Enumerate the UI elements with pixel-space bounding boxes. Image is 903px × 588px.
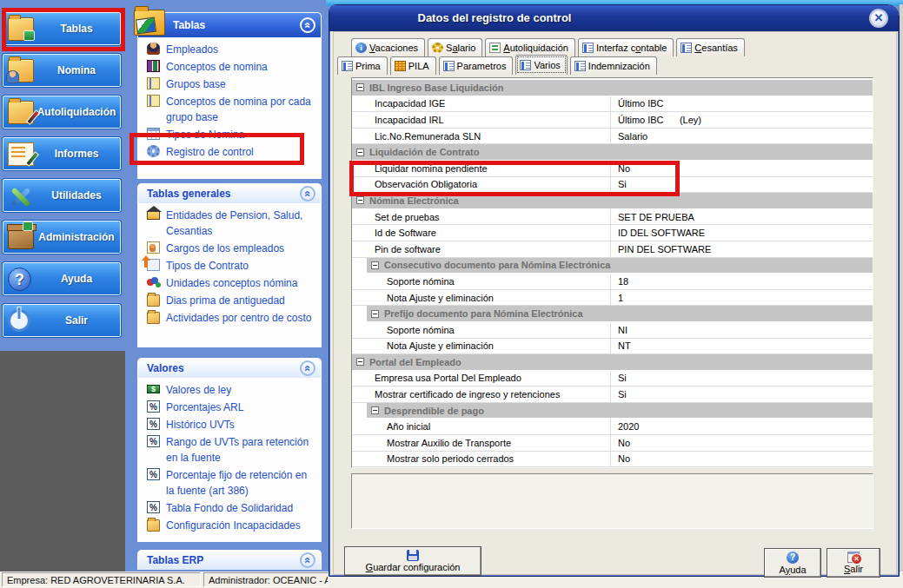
grid-section[interactable]: Nómina Electrónica bbox=[352, 193, 873, 209]
tab-vacaciones[interactable]: Vacaciones bbox=[351, 38, 425, 56]
grid-row-value[interactable]: PIN DEL SOFTWARE bbox=[610, 241, 873, 257]
nav-item-configuraci-n-incapacidades[interactable]: Configuración Incapacidades bbox=[140, 517, 319, 534]
grid-row[interactable]: Soporte nómina18 bbox=[352, 274, 873, 290]
collapse-minus-icon[interactable] bbox=[356, 358, 364, 366]
nav-item-porcentaje-fijo-de-retenci-n-e[interactable]: Porcentaje fijo de retención en la fuent… bbox=[140, 466, 319, 499]
nav-item-tipos-de-nomina[interactable]: Tipos de Nomina bbox=[140, 126, 319, 143]
collapse-minus-icon[interactable] bbox=[371, 406, 379, 414]
pane-header[interactable]: Valores« bbox=[137, 358, 322, 378]
tab-pila[interactable]: PILA bbox=[390, 56, 436, 75]
grid-row-value[interactable]: Si bbox=[610, 371, 873, 386]
grid-row[interactable]: Set de pruebasSET DE PRUEBA bbox=[352, 209, 873, 226]
tab-indemnizaci-n[interactable]: Indemnización bbox=[570, 56, 657, 75]
tab-row-1: VacacionesSalarioAutoliquidaciónInterfaz… bbox=[351, 38, 747, 56]
nav-item-empleados[interactable]: Empleados bbox=[140, 41, 319, 58]
grid-row-value[interactable]: NT bbox=[610, 339, 873, 354]
sidebar-item-informes[interactable]: Informes bbox=[3, 137, 121, 170]
sidebar-item-autoliquidación[interactable]: Autoliquidación bbox=[3, 96, 121, 129]
collapse-chevron-icon[interactable]: « bbox=[300, 186, 315, 202]
nav-item-rango-de-uvts-para-retenci-n-e[interactable]: Rango de UVTs para retención en la fuent… bbox=[140, 433, 319, 466]
pane-header[interactable]: Tablas« bbox=[137, 12, 322, 37]
tab-varios[interactable]: Varios bbox=[515, 55, 567, 75]
sidebar-item-tablas[interactable]: Tablas bbox=[3, 12, 121, 45]
nav-item-tabla-fondo-de-solidaridad[interactable]: Tabla Fondo de Solidaridad bbox=[140, 499, 319, 517]
nav-item-actividades-por-centro-de-cost[interactable]: Actividades por centro de costo bbox=[140, 309, 319, 327]
tab-cesantías[interactable]: Cesantías bbox=[676, 38, 745, 56]
grid-subsection[interactable]: Prefijo documento para Nómina Electrónic… bbox=[367, 306, 873, 322]
nav-item-grupos-base[interactable]: Grupos base bbox=[140, 76, 319, 93]
grid-row[interactable]: Incapacidad IGEÚltimo IBC bbox=[352, 96, 873, 113]
pane-header[interactable]: Tablas ERP« bbox=[137, 550, 322, 570]
grid-subsection[interactable]: Desprendible de pago bbox=[367, 403, 873, 420]
grid-row[interactable]: Mostrar certificado de ingreso y retenci… bbox=[352, 386, 873, 403]
grid-row-value[interactable]: NI bbox=[610, 322, 873, 338]
grid-row[interactable]: Liquidar nomina pendienteNo bbox=[352, 161, 873, 177]
tab-parametros[interactable]: Parametros bbox=[439, 56, 514, 75]
grid-row-value[interactable]: 1 bbox=[610, 290, 873, 306]
collapse-chevron-icon[interactable]: « bbox=[300, 552, 315, 568]
sidebar-item-utilidades[interactable]: Utilidades bbox=[3, 179, 121, 212]
nav-item-conceptos-de-nomina-por-cada-g[interactable]: Conceptos de nomina por cada grupo base bbox=[140, 93, 319, 126]
nav-item-porcentajes-arl[interactable]: Porcentajes ARL bbox=[140, 399, 319, 416]
nav-item-conceptos-de-nomina[interactable]: Conceptos de nomina bbox=[140, 58, 319, 76]
grid-row-value[interactable]: Si bbox=[610, 177, 873, 193]
collapse-chevron-icon[interactable]: « bbox=[300, 360, 315, 376]
pane-header[interactable]: Tablas generales« bbox=[137, 183, 322, 203]
grid-row-value[interactable]: Salario bbox=[610, 129, 873, 144]
grid-row[interactable]: Id de SoftwareID DEL SOFTWARE bbox=[352, 225, 873, 241]
nav-item-tipos-de-contrato[interactable]: Tipos de Contrato bbox=[140, 257, 319, 274]
sidebar-item-administración[interactable]: Administración bbox=[3, 221, 121, 254]
collapse-chevron-icon[interactable]: « bbox=[300, 17, 315, 33]
grid-row[interactable]: Año inicial2020 bbox=[352, 419, 873, 435]
nav-item-registro-de-control[interactable]: Registro de control bbox=[140, 143, 319, 161]
close-icon[interactable]: ✕ bbox=[869, 9, 888, 28]
nav-item-unidades-conceptos-n-mina[interactable]: Unidades conceptos nómina bbox=[140, 274, 319, 292]
grid-row[interactable]: Nota Ajuste y eliminación1 bbox=[352, 290, 873, 307]
grid-row-value[interactable]: No bbox=[610, 452, 873, 467]
nav-item-entidades-de-pension-salud-ces[interactable]: Entidades de Pension, Salud, Cesantias bbox=[140, 207, 319, 240]
nav-item-cargos-de-los-empleados[interactable]: Cargos de los empleados bbox=[140, 240, 319, 257]
nav-item-hist-rico-uvts[interactable]: Histórico UVTs bbox=[140, 416, 319, 433]
nav-item-valores-de-ley[interactable]: Valores de ley bbox=[140, 381, 319, 399]
grid-row-value[interactable]: 18 bbox=[610, 274, 873, 289]
save-configuration-button[interactable]: Guardar configuración bbox=[344, 546, 481, 576]
sidebar-item-salir[interactable]: Salir bbox=[3, 304, 121, 337]
grid-section[interactable]: Liquidación de Contrato bbox=[352, 144, 873, 161]
tab-salario[interactable]: Salario bbox=[428, 38, 482, 56]
sidebar-item-nomina[interactable]: Nomina bbox=[3, 54, 121, 87]
contract-icon bbox=[147, 259, 160, 271]
collapse-minus-icon[interactable] bbox=[371, 261, 379, 269]
grid-row[interactable]: Nota Ajuste y eliminaciónNT bbox=[352, 339, 873, 355]
grid-row[interactable]: Empresa usa Portal Del EmpleadoSi bbox=[352, 371, 873, 387]
grid-row[interactable]: Lic.No.Remunerada SLNSalario bbox=[352, 129, 873, 145]
collapse-minus-icon[interactable] bbox=[371, 310, 379, 318]
grid-row[interactable]: Observación ObligatoriaSi bbox=[352, 177, 873, 194]
dialog-titlebar[interactable]: Datos del registro de control ✕ bbox=[329, 5, 899, 31]
nav-item-dias-prima-de-antiguedad[interactable]: Dias prima de antiguedad bbox=[140, 292, 319, 309]
grid-section[interactable]: Portal del Empleado bbox=[352, 354, 873, 371]
help-button[interactable]: Ayuda bbox=[764, 548, 821, 578]
grid-row[interactable]: Incapacidad IRLÚltimo IBC (Ley) bbox=[352, 112, 873, 129]
collapse-minus-icon[interactable] bbox=[356, 196, 364, 204]
tab-interfaz-contable[interactable]: Interfaz contable bbox=[578, 38, 674, 56]
collapse-minus-icon[interactable] bbox=[356, 149, 364, 156]
sidebar-item-ayuda[interactable]: Ayuda bbox=[3, 262, 121, 295]
exit-button[interactable]: Salir bbox=[827, 548, 880, 578]
grid-row-value[interactable]: Último IBC (Ley) bbox=[610, 112, 873, 128]
grid-row-value[interactable]: Último IBC bbox=[610, 96, 873, 112]
tab-autoliquidaci-n[interactable]: Autoliquidación bbox=[485, 38, 575, 56]
grid-row[interactable]: Soporte nóminaNI bbox=[352, 322, 873, 339]
grid-row-value[interactable]: Si bbox=[610, 386, 873, 402]
grid-row-value[interactable]: ID DEL SOFTWARE bbox=[610, 225, 873, 241]
grid-section[interactable]: IBL Ingreso Base Liquidación bbox=[352, 80, 873, 96]
grid-row-value[interactable]: SET DE PRUEBA bbox=[610, 209, 873, 225]
grid-row[interactable]: Mostrar solo periodo cerradosNo bbox=[352, 452, 873, 468]
grid-row-value[interactable]: No bbox=[610, 435, 873, 451]
collapse-minus-icon[interactable] bbox=[356, 83, 364, 91]
grid-row-value[interactable]: No bbox=[610, 161, 873, 176]
grid-row[interactable]: Pin de softwarePIN DEL SOFTWARE bbox=[352, 241, 873, 258]
grid-row-value[interactable]: 2020 bbox=[610, 419, 873, 434]
grid-subsection[interactable]: Consecutivo documento para Nómina Electr… bbox=[367, 258, 873, 274]
tab-prima[interactable]: Prima bbox=[337, 56, 388, 75]
grid-row[interactable]: Mostrar Auxilio de TransporteNo bbox=[352, 435, 873, 452]
